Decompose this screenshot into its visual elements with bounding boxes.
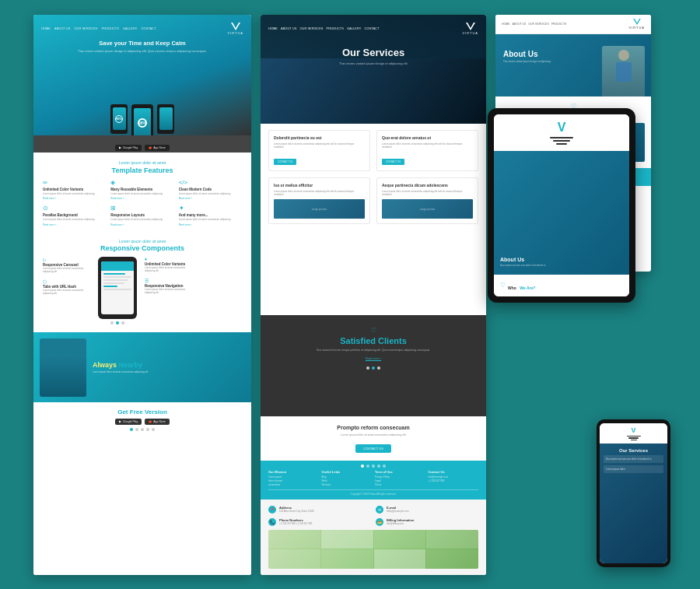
cp-nav-links: HOME ABOUT US OUR SERVICES PRODUCTS GALL… (268, 26, 379, 30)
dot-2 (116, 321, 119, 324)
cp-nav-about[interactable]: ABOUT US (281, 26, 296, 30)
tablet-logo-lines (550, 137, 573, 145)
satisfied-dot-3 (377, 366, 380, 370)
lp-nav-contact[interactable]: CONTACT (141, 26, 156, 30)
component-item-1: ▷ Responsive Carousel Lorem ipsum dolor … (43, 257, 89, 274)
lp-bottom-apple-btn[interactable]: 🍎 App Store (145, 419, 170, 425)
service-btn-1[interactable]: CONTACT US (274, 159, 296, 165)
service-img-4: image preview (382, 199, 473, 219)
cp-promo-desc: Lorem ipsum dolor sit amet consectetur a… (268, 433, 478, 436)
service-btn-2[interactable]: CONTACT US (382, 159, 404, 165)
feature-link-6[interactable]: Read more » (179, 223, 242, 226)
feature-icon-4: ⊙ (43, 205, 106, 212)
lp-nav-about[interactable]: ABOUT US (54, 26, 70, 30)
ap-nav-services[interactable]: OUR SERVICES (528, 23, 548, 26)
pds-services: Our Services Duo autem val oum iura dolo… (600, 444, 667, 563)
cp-nav-gallery[interactable]: GALLERY (347, 26, 361, 30)
feature-link-4[interactable]: Read more » (43, 223, 106, 226)
ap-person-silhouette (602, 46, 645, 96)
lp-phone-3-screen (159, 107, 173, 130)
feature-title-1: Unlimited Color Variants (43, 188, 106, 191)
ap-nav-products[interactable]: PRODUCTS (551, 23, 567, 26)
cp-contact-billing: 💳 Billing Information info@billing.com (376, 518, 478, 526)
feature-icon-2: ◈ (110, 179, 173, 186)
feature-title-5: Responsive Layouts (110, 213, 173, 217)
bottom-dot-2 (135, 428, 138, 431)
cp-logo-text: VIRTUA (462, 31, 478, 35)
cp-logo: VIRTUA (462, 23, 478, 35)
feature-link-2[interactable]: Read more » (110, 197, 173, 200)
cp-nav-home[interactable]: HOME (268, 26, 278, 30)
pds-service-1: Duo autem val oum iura dolor in hendreri… (604, 455, 663, 463)
cp-copyright: Copyright © 2024 Virtua. All rights rese… (268, 489, 478, 496)
nearby-person (40, 338, 86, 397)
cp-nav-products[interactable]: PRODUCTS (327, 26, 344, 30)
lp-logo: VIRTUA (227, 23, 243, 35)
map-road-1 (321, 530, 373, 549)
pds-service-2: Lorem ipsum dolor (604, 465, 663, 473)
lp-nav-home[interactable]: HOME (41, 26, 51, 30)
lp-nav-services[interactable]: OUR SERVICES (74, 26, 97, 30)
component-right: ♦ Unlimited Color Variants Lorem ipsum d… (145, 257, 191, 295)
cp-footer-col-2: Useful Links Blog Work Services (322, 470, 373, 486)
service-desc-2: Lorem ipsum dolor sit amet consectetur a… (382, 142, 473, 149)
feature-link-5[interactable]: Read more » (110, 223, 173, 226)
feature-link-3[interactable]: Read more » (179, 197, 242, 200)
service-desc-4: Lorem ipsum dolor sit amet consectetur a… (382, 190, 473, 196)
cp-contact-address-text: Address 123 Main Street City, State 1234… (279, 506, 314, 513)
feature-icon-5: ⊞ (110, 205, 173, 212)
cp-footer-col-title-2: Useful Links (322, 470, 373, 474)
phone-d-line-3 (631, 440, 637, 441)
google-icon-bottom: ▶ (119, 420, 121, 423)
lp-bottom-google-btn[interactable]: ▶ Google Play (115, 419, 142, 425)
lp-app-store-btn[interactable]: 🍎 App Store (145, 145, 170, 151)
ap-hero-person (602, 46, 645, 96)
service-card-1: Dolorolit partinecia eu est Lorem ipsum … (268, 130, 370, 171)
cp-footer-col-item-3-3[interactable]: Terms (375, 483, 425, 487)
lp-components-label: Lorem ipsum dolor sit amet (43, 239, 242, 244)
lp-features: Lorem ipsum dolor sit amet Template Feat… (33, 153, 251, 233)
pms-line-4 (103, 282, 124, 284)
lp-nav-gallery[interactable]: GALLERY (123, 26, 137, 30)
lp-google-play-btn[interactable]: ▶ Google Play (115, 145, 142, 151)
cp-nav-services[interactable]: OUR SERVICES (299, 26, 323, 30)
lp-nav-products[interactable]: PRODUCTS (102, 26, 119, 30)
features-grid: ∞ Unlimited Color Variants Lorem ipsum d… (43, 179, 242, 227)
pms-content (101, 271, 134, 293)
apple-label-bottom: App Store (153, 420, 166, 423)
lp-bottom-stores: ▶ Google Play 🍎 App Store (115, 419, 170, 425)
feature-title-6: And many more... (179, 213, 242, 217)
cp-promo-title: Prompto reform consecuam (268, 425, 478, 430)
cp-nav-contact[interactable]: CONTACT (364, 26, 379, 30)
pms-line-5 (103, 286, 117, 287)
feature-desc-3: Lorem ipsum dolor sit amet consectetur a… (179, 193, 242, 196)
color-icon: ♦ (145, 257, 191, 261)
nearby-image (40, 338, 86, 397)
cp-footer-col-item-2-3[interactable]: Services (322, 483, 373, 487)
feature-desc-2: Lorem ipsum dolor sit amet consectetur a… (110, 193, 173, 196)
ts-about-title: About Us (500, 257, 623, 262)
service-title-1: Dolorolit partinecia eu est (274, 135, 365, 140)
main-container: HOME ABOUT US OUR SERVICES PRODUCTS GALL… (0, 0, 700, 589)
cp-satisfied-desc: Duc eiusmod eorum eisque perfecto et adi… (268, 349, 478, 352)
nearby-desc: Lorem ipsum dolor sit amet consectetur a… (93, 370, 148, 373)
ap-nav-about[interactable]: ABOUT US (513, 23, 527, 26)
billing-icon: 💳 (376, 518, 383, 526)
feature-link-1[interactable]: Read more » (43, 197, 106, 200)
map-cell-1 (268, 530, 320, 549)
phone-mockup-center (96, 257, 138, 326)
ap-hero: About Us Trac etores variant ipsum desig… (495, 34, 651, 96)
cp-footer-col-3: Term of Use Privacy Policy Legal Terms (375, 470, 425, 486)
component-item-3: ♦ Unlimited Color Variants Lorem ipsum d… (145, 257, 191, 273)
cp-hero-overlay (261, 58, 486, 124)
cp-promo-btn[interactable]: CONTACT US (355, 444, 391, 453)
cp-satisfied-link[interactable]: Read more » (268, 357, 478, 360)
footer-dot-2 (366, 465, 369, 468)
lp-bottom: Get Free Version ▶ Google Play 🍎 App Sto… (33, 402, 251, 574)
feature-title-4: Parallax Background (43, 213, 106, 217)
feature-icon-6: ✦ (179, 205, 242, 212)
apple-icon: 🍎 (149, 146, 152, 149)
lp-bottom-dots (130, 428, 155, 431)
ap-nav-home[interactable]: HOME (502, 23, 510, 26)
satisfied-dot-1 (366, 366, 369, 370)
